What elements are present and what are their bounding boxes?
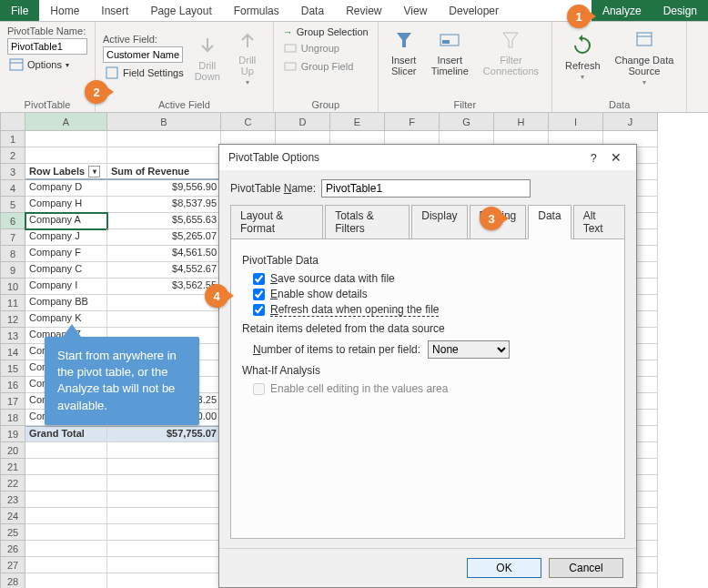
cell[interactable] <box>25 573 107 588</box>
row-header-4[interactable]: 4 <box>0 180 25 197</box>
drill-down-button[interactable]: Drill Down <box>189 31 226 84</box>
cell[interactable] <box>107 573 221 588</box>
cell[interactable] <box>25 492 107 508</box>
dialog-name-input[interactable] <box>321 179 531 198</box>
row-header-21[interactable]: 21 <box>0 459 25 475</box>
tab-developer[interactable]: Developer <box>438 0 510 21</box>
tab-page-layout[interactable]: Page Layout <box>139 0 222 21</box>
cell[interactable]: $5,265.07 <box>107 229 221 246</box>
cell[interactable] <box>25 459 107 475</box>
cell[interactable] <box>107 459 221 475</box>
row-header-24[interactable]: 24 <box>0 508 25 524</box>
help-button[interactable]: ? <box>585 152 602 165</box>
tab-formulas[interactable]: Formulas <box>223 0 290 21</box>
group-selection-button[interactable]: → Group Selection <box>281 25 370 38</box>
cell[interactable]: Company BB <box>25 295 107 311</box>
row-header-9[interactable]: 9 <box>0 262 25 279</box>
row-header-7[interactable]: 7 <box>0 229 25 246</box>
options-button[interactable]: Options ▾ <box>7 56 87 73</box>
cell[interactable] <box>25 131 107 147</box>
cell[interactable]: $4,561.50 <box>107 246 221 262</box>
row-header-2[interactable]: 2 <box>0 147 25 164</box>
cell[interactable]: Company A <box>25 213 107 229</box>
col-header-J[interactable]: J <box>603 113 658 131</box>
ok-button[interactable]: OK <box>467 558 541 578</box>
cell[interactable]: Company I <box>25 279 107 295</box>
select-all-corner[interactable] <box>0 113 25 131</box>
change-data-source-button[interactable]: Change Data Source ▾ <box>610 25 680 88</box>
cell[interactable]: Company D <box>25 180 107 197</box>
tab-view[interactable]: View <box>393 0 439 21</box>
row-header-26[interactable]: 26 <box>0 541 25 557</box>
cell[interactable] <box>107 475 221 492</box>
active-field-input[interactable] <box>103 46 183 63</box>
row-header-14[interactable]: 14 <box>0 344 25 360</box>
cell[interactable] <box>107 557 221 573</box>
cell[interactable] <box>107 541 221 557</box>
row-header-27[interactable]: 27 <box>0 557 25 573</box>
col-header-E[interactable]: E <box>330 113 385 131</box>
row-header-25[interactable]: 25 <box>0 524 25 541</box>
close-button[interactable]: ✕ <box>605 150 627 165</box>
chk-refresh-open[interactable]: Refresh data when opening the file <box>253 303 613 317</box>
cell[interactable] <box>107 131 221 147</box>
group-field-button[interactable]: Group Field <box>281 58 370 75</box>
row-header-15[interactable]: 15 <box>0 360 25 377</box>
chk-show-details[interactable]: Enable show details <box>253 288 613 300</box>
row-header-11[interactable]: 11 <box>0 295 25 311</box>
cell[interactable] <box>25 442 107 459</box>
dlg-tab-display[interactable]: Display <box>411 205 467 238</box>
tab-file[interactable]: File <box>0 0 39 21</box>
dlg-tab-data[interactable]: Data <box>528 205 571 239</box>
cell[interactable] <box>107 442 221 459</box>
cell[interactable]: $3,562.55 <box>107 279 221 295</box>
cell[interactable]: $57,755.07 <box>107 426 221 442</box>
col-header-A[interactable]: A <box>25 113 107 131</box>
filter-connections-button[interactable]: Filter Connections <box>478 25 544 78</box>
dlg-tab-totals[interactable]: Totals & Filters <box>325 205 410 238</box>
cell[interactable]: Company F <box>25 246 107 262</box>
dlg-tab-layout[interactable]: Layout & Format <box>230 205 323 238</box>
insert-slicer-button[interactable]: Insert Slicer <box>386 25 422 78</box>
cell[interactable] <box>107 508 221 524</box>
col-header-I[interactable]: I <box>549 113 603 131</box>
cell[interactable] <box>107 311 221 328</box>
cell[interactable]: $4,552.67 <box>107 262 221 279</box>
dlg-tab-alt[interactable]: Alt Text <box>573 205 625 238</box>
cell[interactable] <box>25 557 107 573</box>
row-header-13[interactable]: 13 <box>0 328 25 344</box>
row-header-16[interactable]: 16 <box>0 377 25 393</box>
row-header-12[interactable]: 12 <box>0 311 25 328</box>
cell[interactable] <box>107 492 221 508</box>
row-header-19[interactable]: 19 <box>0 426 25 442</box>
refresh-button[interactable]: Refresh ▾ <box>560 31 606 83</box>
cell[interactable] <box>25 524 107 541</box>
cell[interactable] <box>25 541 107 557</box>
tab-review[interactable]: Review <box>335 0 392 21</box>
cell[interactable] <box>25 475 107 492</box>
col-header-G[interactable]: G <box>440 113 494 131</box>
field-settings-button[interactable]: Field Settings <box>103 65 186 81</box>
row-header-28[interactable]: 28 <box>0 573 25 588</box>
cell[interactable] <box>107 147 221 164</box>
row-header-6[interactable]: 6 <box>0 213 25 229</box>
cell[interactable]: Row Labels▾ <box>25 164 107 180</box>
tab-home[interactable]: Home <box>39 0 90 21</box>
tab-data[interactable]: Data <box>290 0 335 21</box>
cell[interactable]: Company H <box>25 197 107 213</box>
tab-insert[interactable]: Insert <box>90 0 139 21</box>
ungroup-button[interactable]: Ungroup <box>281 40 370 56</box>
cancel-button[interactable]: Cancel <box>549 558 623 578</box>
row-header-17[interactable]: 17 <box>0 393 25 410</box>
col-header-C[interactable]: C <box>221 113 276 131</box>
row-header-8[interactable]: 8 <box>0 246 25 262</box>
drill-up-button[interactable]: Drill Up ▾ <box>229 25 266 88</box>
row-header-5[interactable]: 5 <box>0 197 25 213</box>
cell[interactable]: Grand Total <box>25 426 107 442</box>
cell[interactable]: $5,655.63 <box>107 213 221 229</box>
tab-design[interactable]: Design <box>652 0 708 21</box>
col-header-D[interactable]: D <box>276 113 330 131</box>
row-header-3[interactable]: 3 <box>0 164 25 180</box>
cell[interactable] <box>107 524 221 541</box>
cell[interactable]: Sum of Revenue <box>107 164 221 180</box>
